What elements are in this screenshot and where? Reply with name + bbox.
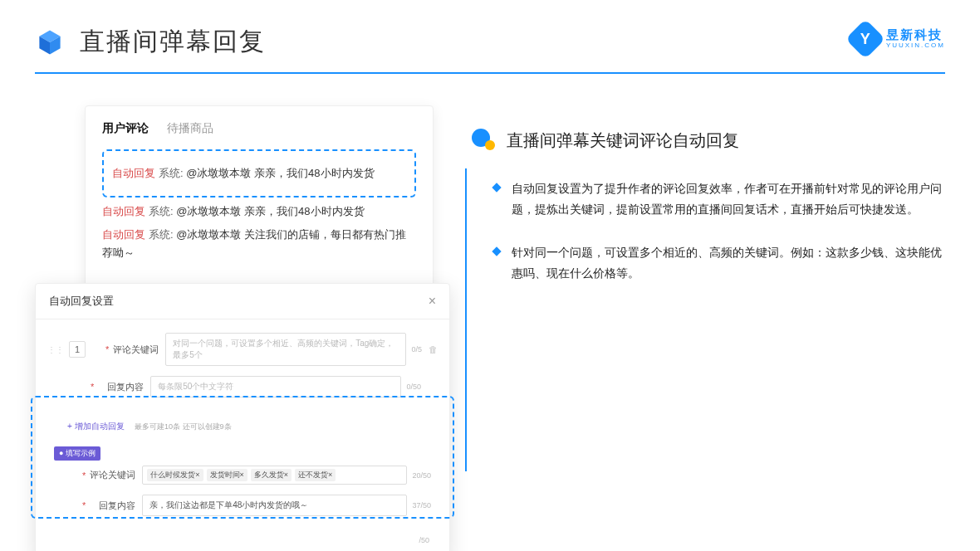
brand-logo-icon: Y <box>845 19 885 59</box>
example-content-label: 回复内容 <box>89 500 135 512</box>
keyword-counter: 0/5 <box>411 345 422 354</box>
section-title: 直播间弹幕关键词评论自动回复 <box>507 129 739 152</box>
example-ct-counter: 37/50 <box>412 501 431 510</box>
delete-icon[interactable]: 🗑 <box>429 344 438 354</box>
page-title: 直播间弹幕回复 <box>80 25 266 59</box>
bubble-icon <box>472 129 495 152</box>
bullet-item: 自动回复设置为了提升作者的评论回复效率，作者可在开播前针对常见的评论用户问题，提… <box>472 178 945 219</box>
comment-row: 自动回复系统: @冰墩墩本墩 关注我们的店铺，每日都有热门推荐呦～ <box>102 226 416 262</box>
example-content-value: 亲，我们这边都是下单48小时内发货的哦～ <box>142 495 407 516</box>
example-kw-counter: 20/50 <box>412 471 431 480</box>
tab-user-comments[interactable]: 用户评论 <box>102 121 149 136</box>
brand-name: 昱新科技 <box>886 28 945 42</box>
auto-reply-settings-dialog: 自动回复设置 × ⋮⋮ 1 *评论关键词 对同一个问题，可设置多个相近、高频的关… <box>35 283 450 551</box>
brand-url: YUUXIN.COM <box>886 42 945 50</box>
dialog-title: 自动回复设置 <box>49 294 114 309</box>
example-keyword-label: 评论关键词 <box>89 469 135 481</box>
content-label: 回复内容 <box>97 381 144 393</box>
keyword-label: 评论关键词 <box>112 344 159 356</box>
example-badge: ● 填写示例 <box>54 446 100 461</box>
close-icon[interactable]: × <box>429 294 436 309</box>
comment-row: 自动回复系统: @冰墩墩本墩 亲亲，我们48小时内发货 <box>102 202 416 221</box>
comments-panel: 用户评论 待播商品 自动回复系统: @冰墩墩本墩 亲亲，我们48小时内发货 自动… <box>85 105 434 306</box>
diamond-icon <box>492 183 501 192</box>
diamond-icon <box>492 246 501 256</box>
add-reply-link[interactable]: + 增加自动回复 <box>67 422 125 431</box>
tab-pending-products[interactable]: 待播商品 <box>167 121 213 136</box>
brand-logo-block: Y 昱新科技 YUUXIN.COM <box>851 25 945 53</box>
keyword-input[interactable]: 对同一个问题，可设置多个相近、高频的关键词，Tag确定，最多5个 <box>165 333 406 366</box>
bullet-item: 针对同一个问题，可设置多个相近的、高频的关键词。例如：这款多少钱、这块能优惠吗、… <box>472 242 945 283</box>
content-input[interactable]: 每条限50个中文字符 <box>150 376 401 397</box>
rule-number: 1 <box>69 341 86 358</box>
highlighted-comment: 自动回复系统: @冰墩墩本墩 亲亲，我们48小时内发货 <box>102 149 416 197</box>
add-reply-hint: 最多可建10条 还可以创建9条 <box>135 422 232 431</box>
cube-icon <box>35 27 65 57</box>
drag-handle-icon[interactable]: ⋮⋮ <box>47 345 64 354</box>
example-keyword-tags: 什么时候发货× 发货时间× 多久发货× 还不发货× <box>142 466 407 485</box>
bottom-counter: /50 <box>419 536 429 544</box>
content-counter: 0/50 <box>406 383 421 391</box>
comment-row: 自动回复系统: @冰墩墩本墩 亲亲，我们48小时内发货 <box>112 164 406 183</box>
